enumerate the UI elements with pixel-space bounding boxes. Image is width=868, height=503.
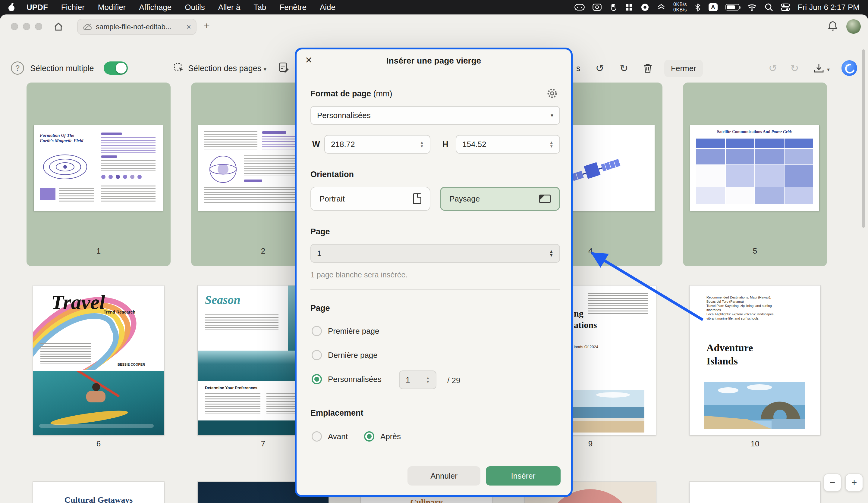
title-bar: sample-file-not-editab... × +	[0, 14, 868, 39]
page-select-icon	[174, 63, 185, 73]
page-count-spinner[interactable]: 1 ▲▼	[310, 244, 560, 263]
stack-icon[interactable]	[657, 3, 665, 11]
document-tab[interactable]: sample-file-not-editab... ×	[77, 19, 196, 35]
save-options-caret[interactable]: ▾	[827, 66, 830, 73]
landscape-button[interactable]: Paysage	[440, 187, 560, 211]
mock-heading	[101, 155, 117, 158]
updf-ai-icon[interactable]	[841, 60, 857, 76]
thumbnail-page-6[interactable]: Trend Research Travel BESSIE COOPER	[33, 285, 164, 435]
width-stepper[interactable]: ▲▼	[420, 140, 424, 148]
battery-icon[interactable]	[725, 4, 739, 11]
zoom-in-button[interactable]: +	[845, 473, 863, 492]
shortcut-icon[interactable]	[641, 3, 649, 11]
menu-bar: UPDF Fichier Modifier Affichage Outils A…	[0, 0, 868, 14]
app-window: sample-file-not-editab... × + ? Sélectio…	[0, 14, 868, 503]
menu-aide[interactable]: Aide	[320, 3, 335, 12]
placement-label: Emplacement	[310, 408, 363, 418]
page-format-select[interactable]: Personnalisées ▾	[310, 106, 560, 125]
first-page-label: Première page	[328, 326, 380, 336]
menubar-clock[interactable]: Fri Jun 6 2:17 PM	[798, 3, 860, 12]
menu-fenetre[interactable]: Fenêtre	[279, 3, 307, 12]
last-page-option[interactable]: Dernière page	[312, 350, 378, 360]
multi-select-toggle[interactable]	[104, 61, 128, 75]
screen: UPDF Fichier Modifier Affichage Outils A…	[0, 0, 868, 503]
help-icon[interactable]: ?	[11, 61, 24, 75]
notification-bell-icon[interactable]	[827, 20, 838, 32]
menu-modifier[interactable]: Modifier	[98, 3, 126, 12]
portrait-page-icon	[413, 193, 421, 204]
after-option[interactable]: Après	[364, 431, 401, 442]
landscape-page-icon	[539, 195, 551, 203]
radio-unselected-icon[interactable]	[312, 350, 322, 360]
height-stepper[interactable]: ▲▼	[549, 140, 553, 148]
chevron-down-icon: ▾	[264, 66, 267, 72]
user-avatar[interactable]	[846, 19, 861, 34]
p9-fragment-2: ations	[574, 320, 597, 330]
zoom-window-button[interactable]	[35, 23, 42, 30]
custom-page-input[interactable]: 1 ▲▼	[399, 370, 436, 389]
data-table	[696, 138, 813, 205]
menu-outils[interactable]: Outils	[185, 3, 205, 12]
undo-icon[interactable]: ↺	[596, 62, 604, 74]
menu-tab[interactable]: Tab	[254, 3, 266, 12]
custom-page-option[interactable]: Personnalisées	[312, 374, 382, 384]
redo-icon[interactable]: ↻	[620, 62, 628, 74]
control-center-icon[interactable]	[781, 3, 790, 11]
radio-selected-icon[interactable]	[312, 374, 322, 384]
page-count-stepper[interactable]: ▲▼	[549, 249, 553, 257]
pages-select-dropdown[interactable]: Sélection des pages ▾	[188, 64, 267, 73]
spotlight-search-icon[interactable]	[765, 3, 773, 11]
camera-icon[interactable]	[592, 3, 601, 11]
page-number: 6	[27, 439, 170, 449]
insert-button[interactable]: Insérer	[486, 466, 561, 485]
game-controller-icon[interactable]	[575, 4, 585, 11]
wifi-icon[interactable]	[747, 3, 757, 11]
input-source-badge[interactable]: A	[709, 3, 717, 11]
width-input[interactable]: 218.72 ▲▼	[324, 135, 431, 154]
thumbnail-page-5[interactable]: Satellite Communications And Power Grids…	[683, 83, 827, 266]
chevron-down-icon: ▾	[551, 112, 553, 119]
menu-affichage[interactable]: Affichage	[139, 3, 172, 12]
gear-icon[interactable]	[546, 87, 558, 99]
minimize-window-button[interactable]	[23, 23, 30, 30]
undo-disabled-icon[interactable]: ↺	[768, 62, 777, 74]
covered-label-fragment: s	[576, 64, 580, 73]
menu-aller-a[interactable]: Aller à	[218, 3, 240, 12]
radio-unselected-icon[interactable]	[312, 326, 322, 336]
menu-fichier[interactable]: Fichier	[61, 3, 85, 12]
thumbnail-page-15[interactable]	[690, 482, 820, 503]
scrollbar-thumb[interactable]	[862, 49, 865, 228]
hand-icon[interactable]	[609, 3, 617, 11]
redo-disabled-icon[interactable]: ↻	[790, 62, 799, 74]
apple-menu-icon[interactable]	[8, 3, 16, 11]
first-page-option[interactable]: Première page	[312, 326, 380, 336]
zoom-out-button[interactable]: −	[823, 473, 841, 492]
bluetooth-icon[interactable]	[695, 3, 701, 11]
home-icon[interactable]	[53, 21, 64, 32]
thumbnail-page-10[interactable]: Recommended Destinations: Maui (Hawaii),…	[690, 285, 820, 435]
tab-close-icon[interactable]: ×	[187, 22, 191, 32]
mock-text-lines	[101, 160, 156, 171]
helper-text: 1 page blanche sera insérée.	[310, 271, 407, 279]
radio-unselected-icon[interactable]	[312, 431, 322, 442]
planet-dots-diagram	[101, 175, 142, 179]
height-input[interactable]: 154.52 ▲▼	[456, 135, 560, 154]
close-window-button[interactable]	[11, 23, 18, 30]
thumbnail-page-11[interactable]: Cultural Getaways	[33, 482, 164, 503]
save-icon[interactable]	[814, 63, 824, 73]
close-page-mode-button[interactable]: Fermer	[664, 60, 703, 77]
radio-selected-icon[interactable]	[364, 431, 374, 442]
portrait-button[interactable]: Portrait	[310, 187, 431, 211]
thumbnail-page-1[interactable]: Formation Of The Earth's Magnetic Field	[27, 83, 170, 266]
window-grid-icon[interactable]	[625, 3, 633, 11]
new-tab-button[interactable]: +	[204, 20, 210, 32]
before-option[interactable]: Avant	[312, 431, 348, 442]
divider	[297, 72, 571, 72]
mock-image-block	[40, 188, 55, 200]
cancel-button[interactable]: Annuler	[407, 466, 480, 485]
trash-icon[interactable]	[643, 63, 653, 73]
app-menu-updf[interactable]: UPDF	[27, 3, 48, 12]
network-speed[interactable]: 0KB/s0KB/s	[673, 2, 687, 13]
custom-page-stepper[interactable]: ▲▼	[426, 376, 430, 384]
insert-page-icon[interactable]	[278, 62, 289, 73]
